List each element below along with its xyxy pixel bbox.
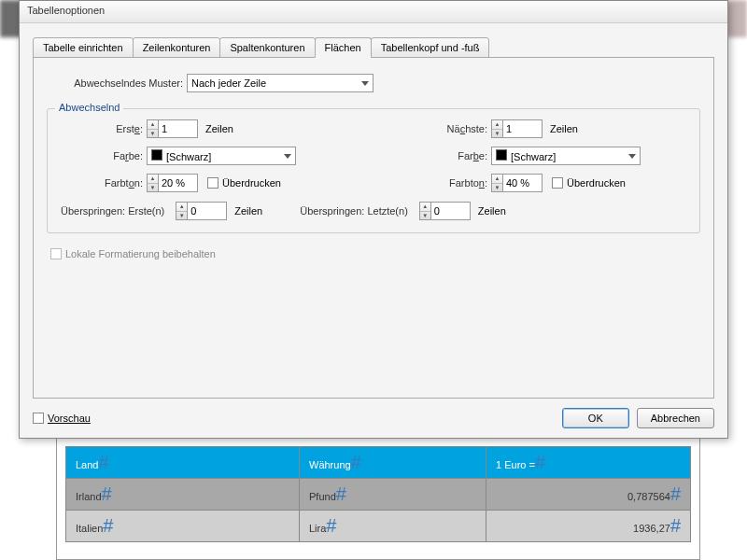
background-table: Land# Währung# 1 Euro =# Irland# Pfund# … [65,446,691,542]
first-rows-label: Erste: [57,123,147,134]
tab-row-strokes[interactable]: Zeilenkonturen [133,37,221,58]
skip-last-label: Überspringen: Letzte(n) [300,205,412,217]
keep-local-formatting-checkbox[interactable]: Lokale Formatierung beibehalten [50,248,216,259]
tab-table-setup[interactable]: Tabelle einrichten [33,37,134,58]
tab-fills[interactable]: Flächen [315,37,372,58]
next-rows-label: Nächste: [402,123,491,134]
pattern-select[interactable]: Nach jeder Zeile [187,74,374,92]
preview-checkbox[interactable]: Vorschau [33,413,91,424]
first-color-select[interactable]: [Schwarz] [147,147,296,165]
alternating-group: Abwechselnd Erste: ▲▼ Zeilen Farbe: [Sch… [47,108,700,233]
cancel-button[interactable]: Abbrechen [637,408,714,428]
skip-first-stepper[interactable]: ▲▼ [176,202,227,220]
first-tint-stepper[interactable]: ▲▼ [147,174,198,192]
next-color-label: Farbe: [402,150,491,161]
tab-panel: Abwechselndes Muster: Nach jeder Zeile A… [33,57,714,399]
pattern-label: Abwechselndes Muster: [56,77,187,89]
skip-first-label: Überspringen: Erste(n) [61,205,168,217]
ok-button[interactable]: OK [562,408,629,428]
chevron-down-icon [284,154,291,159]
tab-bar: Tabelle einrichten Zeilenkonturen Spalte… [33,37,714,58]
first-tint-label: Farbton: [57,177,147,189]
next-overprint-checkbox[interactable]: Überdrucken [552,177,626,189]
first-overprint-checkbox[interactable]: Überdrucken [207,177,281,189]
next-rows-stepper[interactable]: ▲▼ [491,119,543,138]
tab-headers-footers[interactable]: Tabellenkopf und -fuß [371,37,490,58]
chevron-down-icon [628,154,636,159]
next-tint-label: Farbton: [402,177,491,189]
next-tint-stepper[interactable]: ▲▼ [491,174,543,192]
chevron-down-icon [361,81,369,86]
tab-column-strokes[interactable]: Spaltenkonturen [219,37,315,58]
table-options-dialog: Tabellenoptionen Tabelle einrichten Zeil… [19,0,728,439]
dialog-titlebar: Tabellenoptionen [20,1,727,23]
next-color-select[interactable]: [Schwarz] [491,147,641,165]
skip-last-stepper[interactable]: ▲▼ [419,202,471,220]
first-color-label: Farbe: [57,150,147,161]
first-rows-stepper[interactable]: ▲▼ [147,119,198,138]
